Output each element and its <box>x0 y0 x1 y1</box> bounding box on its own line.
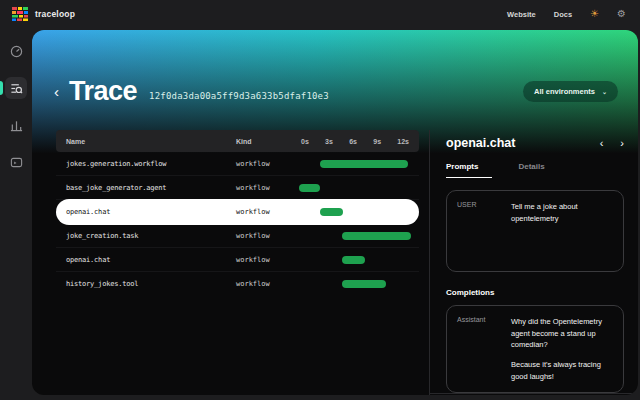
bar-chart-icon <box>10 119 23 132</box>
tab-details[interactable]: Details <box>518 162 544 178</box>
completion-line: Because it's always tracing good laughs! <box>511 359 613 382</box>
column-header-kind: Kind <box>236 138 299 145</box>
sidebar <box>0 28 32 400</box>
time-tick: 6s <box>349 138 357 145</box>
chevron-down-icon: ⌄ <box>602 88 607 95</box>
sidebar-item-dashboard[interactable] <box>5 40 27 62</box>
prev-span-button[interactable]: ‹ <box>600 137 604 149</box>
page-title: Trace <box>69 76 137 107</box>
completion-message-card: Assistant Why did the Opentelemetry agen… <box>446 305 624 393</box>
time-tick: 3s <box>325 138 333 145</box>
span-kind: workflow <box>236 160 299 168</box>
environment-selector-label: All environments <box>534 87 595 96</box>
span-duration-bar <box>299 184 320 192</box>
span-duration-bar <box>342 280 387 288</box>
sidebar-item-playground[interactable] <box>5 151 27 173</box>
timeline-track <box>299 208 411 216</box>
span-kind: workflow <box>236 280 299 288</box>
table-row-selected[interactable]: openai.chat workflow <box>56 199 419 225</box>
dashboard-icon <box>10 45 23 58</box>
table-row[interactable]: history_jokes.tool workflow <box>56 272 419 296</box>
next-span-button[interactable]: › <box>620 137 624 149</box>
span-name: history_jokes.tool <box>66 280 236 288</box>
table-row[interactable]: joke_creation.task workflow <box>56 224 419 248</box>
brand[interactable]: traceloop <box>12 7 75 21</box>
span-kind: workflow <box>236 208 299 216</box>
span-kind: workflow <box>236 184 299 192</box>
environment-selector[interactable]: All environments ⌄ <box>523 81 618 102</box>
gear-icon[interactable]: ⚙ <box>617 9 626 19</box>
span-detail-title: openai.chat <box>446 136 515 150</box>
sidebar-item-traces[interactable] <box>5 77 27 99</box>
time-axis: 0s 3s 6s 9s 12s <box>299 138 411 145</box>
span-name: openai.chat <box>66 256 236 264</box>
timeline-track <box>299 232 411 240</box>
active-nav-indicator <box>0 81 3 95</box>
span-detail-panel: openai.chat ‹ › Prompts Details USER Tel… <box>429 130 638 395</box>
message-role: Assistant <box>457 316 503 382</box>
back-button[interactable]: ‹ <box>54 83 59 100</box>
column-header-name: Name <box>66 138 236 145</box>
website-link[interactable]: Website <box>507 10 536 19</box>
trace-id: 12f0da3da00a5ff9d3a633b5dfaf10e3 <box>149 91 329 101</box>
time-tick: 0s <box>301 138 309 145</box>
completion-line: Why did the Opentelemetry agent become a… <box>511 316 613 351</box>
timeline-track <box>299 184 411 192</box>
span-duration-bar <box>320 160 407 168</box>
top-bar: traceloop Website Docs ☀ ⚙ <box>0 0 640 28</box>
span-kind: workflow <box>236 256 299 264</box>
playground-icon <box>10 156 23 169</box>
brand-name: traceloop <box>35 9 75 19</box>
detail-tabs: Prompts Details <box>446 162 624 178</box>
span-waterfall: Name Kind 0s 3s 6s 9s 12s jokes.generati… <box>32 130 429 395</box>
table-header: Name Kind 0s 3s 6s 9s 12s <box>56 130 419 152</box>
timeline-track <box>299 256 411 264</box>
traceloop-logo-icon <box>12 7 28 21</box>
time-tick: 12s <box>397 138 409 145</box>
span-name: joke_creation.task <box>66 232 236 240</box>
completion-text: Why did the Opentelemetry agent become a… <box>511 316 613 382</box>
tab-prompts[interactable]: Prompts <box>446 162 492 178</box>
span-duration-bar <box>342 232 411 240</box>
trace-header: ‹ Trace 12f0da3da00a5ff9d3a633b5dfaf10e3… <box>32 30 638 130</box>
sun-icon[interactable]: ☀ <box>590 9 599 19</box>
table-row[interactable]: base_joke_generator.agent workflow <box>56 176 419 200</box>
docs-link[interactable]: Docs <box>554 10 572 19</box>
span-name: jokes.generation.workflow <box>66 160 236 168</box>
prompt-message-card: USER Tell me a joke about opentelemetry <box>446 190 624 272</box>
message-role: USER <box>457 201 503 261</box>
timeline-track <box>299 280 411 288</box>
main-panel: ‹ Trace 12f0da3da00a5ff9d3a633b5dfaf10e3… <box>32 30 638 395</box>
sidebar-item-analytics[interactable] <box>5 114 27 136</box>
span-duration-bar <box>320 208 342 216</box>
timeline-track <box>299 160 411 168</box>
span-name: base_joke_generator.agent <box>66 184 236 192</box>
table-row[interactable]: jokes.generation.workflow workflow <box>56 152 419 176</box>
table-row[interactable]: openai.chat workflow <box>56 248 419 272</box>
span-kind: workflow <box>236 232 299 240</box>
detail-actions: Export Refine <box>430 393 638 395</box>
span-name: openai.chat <box>66 208 236 216</box>
span-duration-bar <box>342 256 366 264</box>
trace-search-icon <box>10 82 23 95</box>
prompt-text: Tell me a joke about opentelemetry <box>511 201 613 261</box>
time-tick: 9s <box>373 138 381 145</box>
completions-heading: Completions <box>446 288 624 297</box>
